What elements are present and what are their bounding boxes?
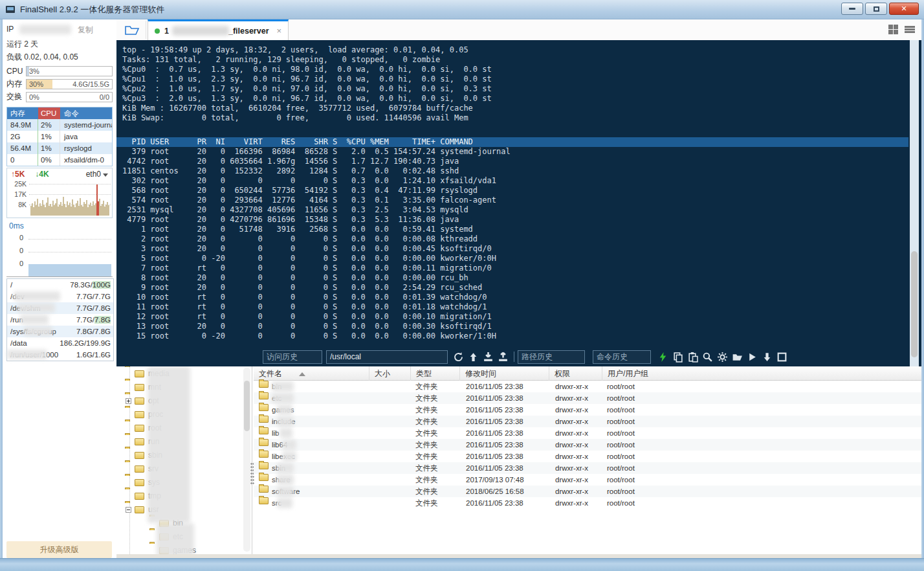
refresh-icon[interactable] [453,352,464,363]
minus-expander-icon[interactable] [126,507,131,513]
copy-ip-button[interactable]: 复制 [78,25,104,36]
close-button[interactable]: ✕ [889,3,919,15]
folder-icon [259,439,269,446]
file-row-libexec[interactable]: libexec文件夹2016/11/05 23:38drwxr-xr-xroot… [254,451,921,462]
folder-icon [259,497,269,504]
directory-tree: includegamesetcbinusrtmpsyssrvsbinrunroo… [116,366,252,554]
file-mtime: 2017/09/13 07:48 [466,474,524,486]
access-history-input[interactable] [263,350,322,364]
file-row-games[interactable]: games文件夹2016/11/05 23:38drwxr-xr-xroot/r… [254,404,921,416]
terminal-scrollbar[interactable] [910,40,919,366]
file-column-header[interactable]: 权限 [549,366,602,381]
col-cpu[interactable]: CPU [38,107,60,119]
disk-path-redacted [14,291,60,301]
file-name-redacted [277,405,292,415]
gear-icon[interactable] [717,352,728,363]
disk-row: /dev/shm7.7G/7.8G [7,302,113,314]
interface-selector[interactable]: eth0 [86,170,108,179]
file-column-header[interactable]: 文件名 [254,366,369,381]
folder-icon [259,474,269,481]
file-permissions: drwxr-xr-x [555,486,588,497]
file-type: 文件夹 [415,439,438,451]
file-row-software[interactable]: software文件夹2018/06/25 16:58drwxr-xr-xroo… [254,486,921,497]
session-tab[interactable]: 1_fileserver × [148,19,289,40]
disk-row: /78.3G/100G [7,279,113,291]
file-permissions: drwxr-xr-x [555,392,588,404]
top-table-header: PID USER PR NI VIRT RES SHR S %CPU %MEM … [116,137,908,147]
disk-row: /dev7.7G/7.7G [7,291,113,302]
col-cmd[interactable]: 命令 [60,107,112,119]
net-bar [108,205,109,216]
file-name-redacted [277,498,292,508]
file-row-include[interactable]: include文件夹2016/11/05 23:38drwxr-xr-xroot… [254,416,921,427]
grid-view-icon[interactable] [888,25,898,34]
terminal-toolbar [116,347,921,366]
terminal-scrollbar-thumb[interactable] [911,251,918,357]
maximize-button[interactable] [865,3,887,15]
file-column-header[interactable]: 用户/用户组 [602,366,655,381]
tab-title: 1_fileserver [164,27,269,36]
file-row-share[interactable]: share文件夹2017/09/13 07:48drwxr-xr-xroot/r… [254,474,921,486]
download-icon[interactable] [483,352,494,363]
disk-path-redacted [24,326,52,336]
folder-icon [135,506,144,513]
file-column-header[interactable]: 大小 [369,366,410,381]
col-mem[interactable]: 内存 [7,107,38,119]
file-owner: root/root [607,416,635,427]
file-name-redacted [272,393,294,403]
search-icon[interactable] [702,352,713,363]
file-row-src[interactable]: src文件夹2016/11/05 23:38drwxr-xr-xroot/roo… [254,497,921,509]
terminal[interactable]: top - 19:58:49 up 2 days, 18:32, 2 users… [116,40,921,366]
file-type: 文件夹 [415,497,438,509]
menu-icon[interactable] [905,25,915,34]
play-icon[interactable] [747,352,758,363]
path-input[interactable] [326,350,448,364]
file-row-sbin[interactable]: sbin文件夹2016/11/05 23:38drwxr-xr-xroot/ro… [254,462,921,474]
tree-scrollbar-thumb[interactable] [244,381,250,431]
open-connections-button[interactable] [118,21,146,39]
minimize-button[interactable] [841,3,863,15]
folder-icon [124,24,140,36]
file-row-lib[interactable]: lib文件夹2016/11/05 23:38drwxr-xr-xroot/roo… [254,427,921,439]
down-arrow-icon[interactable] [762,352,773,363]
folder-icon [259,381,269,388]
process-row: 84.9M2%systemd-journal [7,119,112,131]
file-column-header[interactable]: 类型 [410,366,459,381]
path-history-input[interactable] [518,350,585,364]
cpu-gauge-bar: 3% [26,66,113,76]
paste-icon[interactable] [687,352,698,363]
file-row-etc[interactable]: etc文件夹2016/11/05 23:38drwxr-xr-xroot/roo… [254,392,921,404]
tab-bar: 1_fileserver × [116,19,921,40]
file-column-header[interactable]: 修改时间 [459,366,549,381]
file-name-redacted [277,475,294,485]
file-list-header: 文件名大小类型修改时间权限用户/用户组 [254,366,921,381]
upload-icon[interactable] [498,352,509,363]
file-owner: root/root [607,474,635,486]
window-icon[interactable] [776,352,787,363]
file-name-redacted [280,428,292,438]
command-history-input[interactable] [593,350,651,364]
folder-icon [135,479,144,486]
file-row-bin[interactable]: bin文件夹2016/11/05 23:38drwxr-xr-xroot/roo… [254,381,921,392]
file-mtime: 2016/11/05 23:38 [466,416,523,427]
file-row-lib64[interactable]: lib64文件夹2016/11/05 23:38drwxr-xr-xroot/r… [254,439,921,451]
folder-icon [135,370,144,377]
cpu-gauge: CPU 3% [6,65,113,76]
network-chart: 25K 17K 8K [7,180,112,216]
ip-label: IP [6,25,14,34]
disk-row: /data186.2G/199.9G [7,337,113,349]
open-folder-icon[interactable] [732,352,743,363]
tab-close-icon[interactable]: × [277,26,282,36]
file-mtime: 2016/11/05 23:38 [466,381,523,392]
ip-value-redacted [19,25,71,34]
upgrade-button[interactable]: 升级高级版 [6,541,112,558]
tree-scrollbar[interactable] [243,368,250,552]
file-permissions: drwxr-xr-x [555,474,588,486]
up-arrow-icon[interactable] [468,352,479,363]
copy-icon[interactable] [672,352,683,363]
file-name-redacted [282,451,296,462]
plus-expander-icon[interactable] [126,398,131,404]
bolt-icon[interactable] [657,352,668,363]
file-mtime: 2016/11/05 23:38 [466,451,523,462]
status-strip [116,554,921,558]
